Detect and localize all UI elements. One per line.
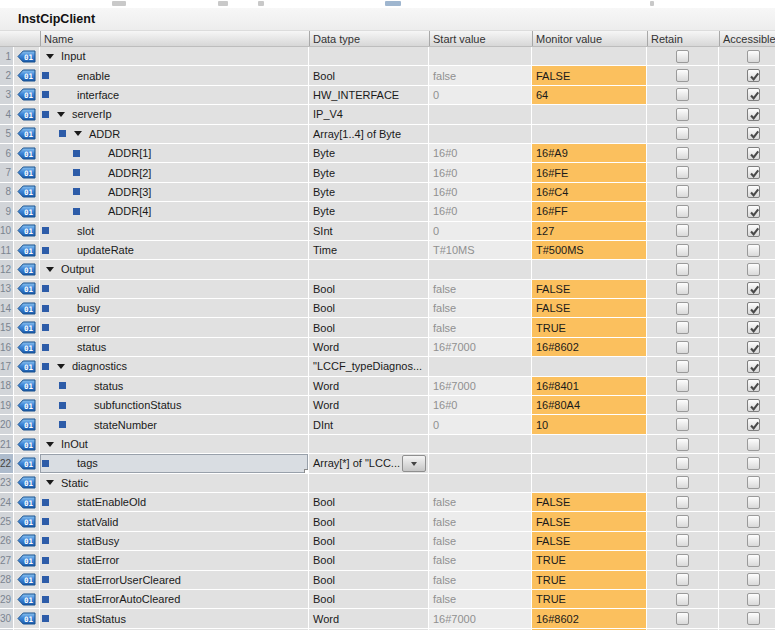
accessible-checkbox-unchecked[interactable] — [747, 573, 760, 586]
table-row[interactable]: 2501statValidBoolfalseFALSE — [0, 512, 775, 531]
header-start-value[interactable]: Start value — [430, 31, 533, 46]
data-type-cell[interactable]: Byte — [309, 163, 429, 181]
start-value-cell[interactable]: false — [429, 493, 532, 511]
data-type-cell[interactable] — [309, 435, 429, 453]
name-cell[interactable]: error — [40, 318, 309, 336]
name-cell[interactable]: statErrorAutoCleared — [40, 590, 309, 608]
start-value-cell[interactable] — [429, 474, 532, 492]
accessible-checkbox-unchecked[interactable] — [747, 554, 760, 567]
name-cell[interactable]: status — [40, 338, 309, 356]
start-value-cell[interactable]: 16#7000 — [429, 338, 532, 356]
start-value-cell[interactable] — [429, 357, 532, 375]
accessible-checkbox-unchecked[interactable] — [747, 263, 760, 276]
header-accessible[interactable]: Accessible — [720, 31, 775, 46]
data-type-cell[interactable]: Word — [309, 396, 429, 414]
table-row[interactable]: 1201Output — [0, 260, 775, 279]
start-value-cell[interactable]: 16#0 — [429, 163, 532, 181]
data-type-cell[interactable]: Bool — [309, 551, 429, 569]
name-cell[interactable]: tags — [40, 454, 309, 472]
accessible-checkbox-unchecked[interactable] — [747, 457, 760, 470]
header-retain[interactable]: Retain — [648, 31, 720, 46]
triangle-down-icon[interactable] — [46, 480, 54, 485]
start-value-cell[interactable]: false — [429, 532, 532, 550]
row-number[interactable]: 9 — [0, 202, 14, 220]
row-number[interactable]: 11 — [0, 241, 14, 259]
start-value-cell[interactable] — [429, 105, 532, 123]
data-type-cell[interactable]: Byte — [309, 144, 429, 162]
retain-checkbox-unchecked[interactable] — [676, 127, 689, 140]
table-row[interactable]: 2301Static — [0, 474, 775, 493]
row-number[interactable]: 16 — [0, 338, 14, 356]
accessible-checkbox-unchecked[interactable] — [747, 244, 760, 257]
data-type-cell[interactable]: SInt — [309, 222, 429, 240]
start-value-cell[interactable]: T#10MS — [429, 241, 532, 259]
start-value-cell[interactable]: false — [429, 318, 532, 336]
start-value-cell[interactable]: 0 — [429, 222, 532, 240]
table-row[interactable]: 2201tagsArray[*] of "LCC... — [0, 454, 775, 473]
start-value-cell[interactable] — [429, 435, 532, 453]
table-row[interactable]: 1701diagnostics"LCCF_typeDiagnos... — [0, 357, 775, 376]
triangle-down-icon[interactable] — [46, 54, 54, 59]
row-number[interactable]: 1 — [0, 47, 14, 65]
table-row[interactable]: 201enableBoolfalseFALSE — [0, 66, 775, 85]
start-value-cell[interactable]: 16#7000 — [429, 609, 532, 627]
accessible-checkbox-checked[interactable] — [747, 418, 760, 431]
name-cell[interactable]: ADDR — [40, 125, 309, 143]
retain-checkbox-unchecked[interactable] — [676, 321, 689, 334]
name-cell[interactable]: updateRate — [40, 241, 309, 259]
start-value-cell[interactable]: false — [429, 512, 532, 530]
data-type-cell[interactable]: Bool — [309, 571, 429, 589]
name-cell[interactable]: busy — [40, 299, 309, 317]
retain-checkbox-unchecked[interactable] — [676, 379, 689, 392]
table-row[interactable]: 901ADDR[4]Byte16#016#FF — [0, 202, 775, 221]
name-cell[interactable]: slot — [40, 222, 309, 240]
name-cell[interactable]: statStatus — [40, 609, 309, 627]
table-row[interactable]: 1401busyBoolfalseFALSE — [0, 299, 775, 318]
name-cell[interactable]: ADDR[2] — [40, 163, 309, 181]
table-row[interactable]: 801ADDR[3]Byte16#016#C4 — [0, 183, 775, 202]
retain-checkbox-unchecked[interactable] — [676, 166, 689, 179]
name-cell[interactable]: InOut — [40, 435, 309, 453]
start-value-cell[interactable]: false — [429, 571, 532, 589]
name-cell[interactable]: Input — [40, 47, 309, 65]
accessible-checkbox-checked[interactable] — [747, 205, 760, 218]
retain-checkbox-unchecked[interactable] — [676, 69, 689, 82]
triangle-down-icon[interactable] — [74, 131, 82, 136]
name-cell[interactable]: interface — [40, 86, 309, 104]
retain-checkbox-unchecked[interactable] — [676, 476, 689, 489]
triangle-down-icon[interactable] — [57, 112, 65, 117]
table-row[interactable]: 1301validBoolfalseFALSE — [0, 280, 775, 299]
accessible-checkbox-checked[interactable] — [747, 360, 760, 373]
retain-checkbox-unchecked[interactable] — [676, 341, 689, 354]
accessible-checkbox-checked[interactable] — [747, 302, 760, 315]
table-row[interactable]: 3001statStatusWord16#700016#8602 — [0, 609, 775, 628]
row-number[interactable]: 13 — [0, 280, 14, 298]
retain-checkbox-unchecked[interactable] — [676, 302, 689, 315]
retain-checkbox-unchecked[interactable] — [676, 612, 689, 625]
accessible-checkbox-checked[interactable] — [747, 185, 760, 198]
row-number[interactable]: 27 — [0, 551, 14, 569]
start-value-cell[interactable]: false — [429, 590, 532, 608]
row-number[interactable]: 20 — [0, 415, 14, 433]
row-number[interactable]: 22 — [0, 454, 14, 472]
row-number[interactable]: 6 — [0, 144, 14, 162]
retain-checkbox-unchecked[interactable] — [676, 496, 689, 509]
row-number[interactable]: 8 — [0, 183, 14, 201]
header-data-type[interactable]: Data type — [310, 31, 430, 46]
start-value-cell[interactable] — [429, 47, 532, 65]
table-row[interactable]: 1501errorBoolfalseTRUE — [0, 318, 775, 337]
accessible-checkbox-checked[interactable] — [747, 399, 760, 412]
table-row[interactable]: 1801statusWord16#700016#8401 — [0, 377, 775, 396]
data-type-cell[interactable]: Byte — [309, 183, 429, 201]
row-number[interactable]: 15 — [0, 318, 14, 336]
accessible-checkbox-unchecked[interactable] — [747, 593, 760, 606]
accessible-checkbox-checked[interactable] — [747, 108, 760, 121]
accessible-checkbox-unchecked[interactable] — [747, 496, 760, 509]
header-name[interactable]: Name — [41, 31, 310, 46]
data-type-cell[interactable] — [309, 260, 429, 278]
name-cell[interactable]: ADDR[1] — [40, 144, 309, 162]
row-number[interactable]: 30 — [0, 609, 14, 627]
data-type-cell[interactable]: Bool — [309, 532, 429, 550]
accessible-checkbox-unchecked[interactable] — [747, 50, 760, 63]
row-number[interactable]: 24 — [0, 493, 14, 511]
